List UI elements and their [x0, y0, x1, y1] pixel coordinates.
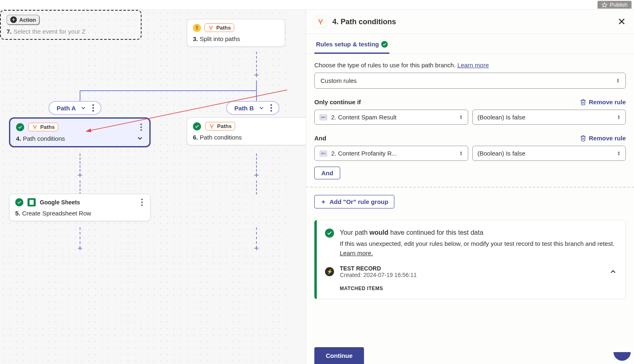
check-icon — [381, 41, 388, 48]
connector — [256, 153, 257, 172]
chip-label: Paths — [40, 124, 55, 130]
chevron-down-icon[interactable] — [136, 135, 144, 142]
path-label: Path A — [57, 105, 76, 112]
chevron-up-icon[interactable] — [609, 268, 617, 276]
section-label: And — [314, 135, 326, 142]
add-step-button[interactable]: + — [252, 171, 261, 180]
node-split-paths[interactable]: ! Paths 3. Split into paths — [187, 19, 285, 47]
connector — [256, 52, 257, 71]
chip-label: Paths — [217, 123, 231, 129]
publish-button[interactable]: Publish — [597, 1, 632, 9]
more-icon[interactable] — [139, 124, 144, 131]
plus-icon — [320, 199, 326, 205]
connector — [256, 80, 257, 90]
side-panel: 4. Path conditions ✕ Rules setup & testi… — [306, 10, 634, 364]
google-sheets-icon — [27, 198, 36, 206]
section-label: Only continue if — [314, 98, 361, 105]
path-b-pill[interactable]: Path B — [226, 101, 279, 115]
condition-value: (Boolean) Is false — [478, 114, 526, 121]
branch-icon — [32, 124, 38, 130]
connector — [80, 90, 256, 91]
check-icon — [193, 122, 201, 130]
remove-rule-button[interactable]: Remove rule — [580, 135, 626, 142]
field-value: 2. Content Spam Result — [331, 114, 396, 121]
node-title: 5. Create Spreadsheet Row — [15, 210, 144, 217]
rule-field-select[interactable]: abc 2. Content Profanity R... ▲▼ — [314, 146, 468, 161]
check-icon — [16, 123, 24, 131]
rule-row-1: abc 2. Content Spam Result ▲▼ (Boolean) … — [314, 110, 626, 125]
check-icon — [325, 229, 334, 238]
trash-icon — [580, 135, 586, 142]
connector — [80, 181, 80, 195]
paths-chip: Paths — [28, 123, 58, 131]
rule-field-select[interactable]: abc 2. Content Spam Result ▲▼ — [314, 110, 468, 125]
node-title: 6. Path conditions — [193, 134, 322, 141]
trash-icon — [580, 99, 586, 105]
app-label: Google Sheets — [40, 199, 80, 206]
paths-chip: Paths — [205, 122, 235, 130]
test-result-card: Your path would have continued for this … — [314, 220, 626, 299]
test-record-row[interactable]: ⚡ TEST RECORD Created: 2024-07-19 16:56:… — [325, 265, 617, 278]
node-path-conditions-a[interactable]: Paths 4. Path conditions — [9, 117, 151, 147]
connector — [80, 153, 80, 172]
learn-more-link[interactable]: Learn more — [458, 62, 489, 69]
separator — [306, 187, 634, 188]
select-arrows-icon: ▲▼ — [617, 151, 620, 156]
condition-value: (Boolean) Is false — [478, 150, 526, 157]
tab-label: Rules setup & testing — [316, 41, 379, 48]
node-title: 7. Select the event for your Z — [7, 28, 135, 35]
more-icon[interactable] — [91, 104, 96, 112]
rule-header: Only continue if Remove rule — [314, 98, 626, 105]
field-icon: abc — [320, 151, 327, 156]
node-header: ! Paths — [193, 23, 279, 32]
result-description: If this was unexpected, edit your rules … — [340, 239, 617, 258]
plus-circle-icon: + — [10, 16, 17, 23]
more-icon[interactable] — [140, 199, 144, 206]
tab-row: Rules setup & testing — [306, 34, 634, 54]
rule-header: And Remove rule — [314, 135, 626, 142]
connector — [256, 90, 257, 102]
matched-items-label: MATCHED ITEMS — [340, 286, 617, 291]
close-button[interactable]: ✕ — [618, 16, 626, 27]
rules-type-select[interactable]: Custom rules ▲▼ — [314, 73, 626, 89]
rule-condition-select[interactable]: (Boolean) Is false ▲▼ — [472, 146, 626, 161]
select-arrows-icon: ▲▼ — [617, 115, 620, 120]
select-value: Custom rules — [320, 77, 357, 84]
node-action-placeholder[interactable]: + Action 7. Select the event for your Z — [0, 10, 142, 40]
learn-more-link[interactable]: Learn more. — [340, 250, 373, 256]
rule-row-2: abc 2. Content Profanity R... ▲▼ (Boolea… — [314, 146, 626, 161]
select-arrows-icon: ▲▼ — [616, 78, 620, 83]
star-icon — [602, 2, 607, 8]
canvas[interactable]: + + + + + ! Paths 3. Split into paths Pa… — [0, 10, 287, 364]
add-step-button[interactable]: + — [76, 171, 85, 180]
remove-rule-button[interactable]: Remove rule — [580, 98, 626, 105]
warning-icon: ! — [193, 24, 201, 32]
remove-label: Remove rule — [589, 98, 626, 105]
panel-app-icon — [314, 16, 327, 28]
node-google-sheets[interactable]: Google Sheets 5. Create Spreadsheet Row — [9, 194, 151, 221]
add-step-button[interactable]: + — [252, 244, 261, 253]
path-a-pill[interactable]: Path A — [48, 101, 101, 115]
chip-label: Action — [19, 17, 36, 23]
test-record-timestamp: Created: 2024-07-19 16:56:11 — [340, 272, 417, 278]
connector — [256, 181, 257, 195]
panel-title: 4. Path conditions — [332, 18, 396, 26]
topbar: Publish — [0, 0, 634, 10]
panel-body: Choose the type of rules to use for this… — [306, 54, 634, 364]
add-or-group-button[interactable]: Add "Or" rule group — [314, 195, 394, 208]
connector — [80, 227, 80, 244]
rule-condition-select[interactable]: (Boolean) Is false ▲▼ — [472, 110, 626, 125]
branch-icon — [317, 18, 324, 25]
branch-icon — [208, 25, 214, 31]
add-step-button[interactable]: + — [76, 244, 85, 253]
chevron-down-icon — [258, 105, 265, 111]
add-and-button[interactable]: And — [314, 167, 340, 179]
tab-rules-setup[interactable]: Rules setup & testing — [314, 34, 389, 54]
add-step-button[interactable]: + — [252, 71, 261, 80]
connector — [80, 90, 80, 102]
continue-button[interactable]: Continue — [314, 347, 364, 364]
more-icon[interactable] — [269, 104, 274, 112]
bolt-icon: ⚡ — [325, 267, 334, 276]
publish-label: Publish — [610, 2, 627, 8]
description: Choose the type of rules to use for this… — [314, 62, 626, 69]
